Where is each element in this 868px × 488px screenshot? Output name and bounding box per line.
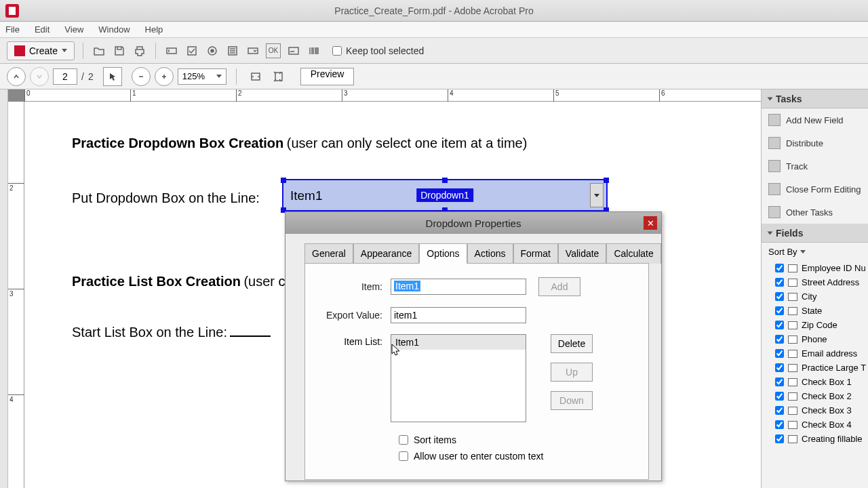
checkbox-field-icon xyxy=(788,421,797,429)
field-item[interactable]: Employee ID Nu xyxy=(762,261,868,275)
item-list[interactable]: Item1 xyxy=(391,334,526,422)
export-value-input[interactable] xyxy=(391,307,526,323)
tab-options[interactable]: Options xyxy=(419,243,467,264)
tab-body-options: Item: Item1 Add Export Value: Item List:… xyxy=(304,263,649,480)
close-editing-icon xyxy=(768,183,781,195)
resize-handle[interactable] xyxy=(604,178,609,183)
resize-handle[interactable] xyxy=(442,178,448,183)
text-field-icon xyxy=(788,264,797,272)
resize-handle[interactable] xyxy=(281,178,286,183)
task-other[interactable]: Other Tasks xyxy=(762,201,868,224)
dropdown-form-field[interactable]: Item1 Dropdown1 xyxy=(282,179,608,211)
menu-bar: File Edit View Window Help xyxy=(0,22,868,38)
fields-sortby[interactable]: Sort By xyxy=(762,243,868,261)
fit-width-icon[interactable] xyxy=(246,67,265,86)
page-separator: / xyxy=(81,71,84,82)
barcode-icon[interactable] xyxy=(307,43,321,58)
print-icon[interactable] xyxy=(132,43,147,58)
distribute-icon xyxy=(768,137,781,149)
fit-page-icon[interactable] xyxy=(269,67,288,86)
menu-edit[interactable]: Edit xyxy=(35,24,50,35)
create-icon xyxy=(14,45,25,56)
field-item[interactable]: City xyxy=(762,289,868,304)
fields-list[interactable]: Employee ID Nu Street Address City State… xyxy=(762,261,868,488)
heading-dropdown: Practice Dropdown Box Creation xyxy=(72,136,283,150)
up-button[interactable]: Up xyxy=(551,363,593,382)
field-item[interactable]: Practice Large T xyxy=(762,361,868,375)
track-icon xyxy=(768,160,781,172)
field-item[interactable]: Email address xyxy=(762,346,868,361)
create-button[interactable]: Create xyxy=(7,41,75,60)
text-field-icon xyxy=(788,435,797,443)
menu-help[interactable]: Help xyxy=(145,24,163,35)
sort-items-checkbox[interactable] xyxy=(399,435,408,445)
down-button[interactable]: Down xyxy=(551,391,593,410)
open-icon[interactable] xyxy=(92,43,106,58)
signature-icon[interactable] xyxy=(286,43,301,58)
listbox-icon[interactable] xyxy=(225,43,240,58)
separator xyxy=(83,43,83,59)
button-icon[interactable]: OK xyxy=(266,43,281,58)
tab-general[interactable]: General xyxy=(304,243,353,264)
zoom-select[interactable]: 125% xyxy=(178,68,226,85)
field-item[interactable]: Zip Code xyxy=(762,318,868,332)
field-item[interactable]: Creating fillable xyxy=(762,432,868,446)
item-list-label: Item List: xyxy=(316,334,391,347)
tab-calculate[interactable]: Calculate xyxy=(606,243,660,264)
page-up-button[interactable] xyxy=(7,67,26,86)
menu-view[interactable]: View xyxy=(64,24,83,35)
nav-pane-strip[interactable] xyxy=(0,89,8,488)
field-item[interactable]: Check Box 2 xyxy=(762,389,868,403)
tasks-header[interactable]: Tasks xyxy=(762,89,868,108)
zoom-out-button[interactable] xyxy=(132,67,151,86)
other-tasks-icon xyxy=(768,206,781,218)
zoom-value: 125% xyxy=(182,71,205,81)
text-field-icon[interactable] xyxy=(164,43,179,58)
fields-header[interactable]: Fields xyxy=(762,224,868,243)
checkbox-icon[interactable] xyxy=(184,43,199,58)
delete-button[interactable]: Delete xyxy=(551,334,593,353)
svg-rect-0 xyxy=(167,48,176,54)
dropdown-arrow[interactable] xyxy=(590,183,604,207)
title-bar: Practice_Create_Form.pdf - Adobe Acrobat… xyxy=(0,0,868,22)
select-tool[interactable] xyxy=(103,67,122,86)
field-item[interactable]: Check Box 1 xyxy=(762,375,868,389)
field-item[interactable]: Street Address xyxy=(762,275,868,289)
acrobat-icon xyxy=(5,4,19,18)
tab-actions[interactable]: Actions xyxy=(467,243,513,264)
keep-tool-selected[interactable]: Keep tool selected xyxy=(332,45,424,56)
tab-validate[interactable]: Validate xyxy=(558,243,607,264)
item-input[interactable]: Item1 xyxy=(391,279,526,295)
allow-custom-checkbox[interactable] xyxy=(399,451,408,461)
task-close-editing[interactable]: Close Form Editing xyxy=(762,178,868,201)
add-button[interactable]: Add xyxy=(538,277,580,296)
text-field-icon xyxy=(788,279,797,287)
dropdown-icon[interactable] xyxy=(245,43,260,58)
page-number-input[interactable] xyxy=(53,68,77,85)
field-item[interactable]: State xyxy=(762,304,868,318)
tab-format[interactable]: Format xyxy=(513,243,558,264)
field-item[interactable]: Phone xyxy=(762,332,868,346)
toolbar: Create OK Keep tool selected xyxy=(0,38,868,64)
field-underline xyxy=(230,336,271,337)
close-button[interactable]: ✕ xyxy=(644,216,657,230)
tab-appearance[interactable]: Appearance xyxy=(353,243,420,264)
list-item[interactable]: Item1 xyxy=(391,335,526,350)
chevron-down-icon xyxy=(768,97,773,100)
save-icon[interactable] xyxy=(112,43,127,58)
field-item[interactable]: Check Box 4 xyxy=(762,418,868,432)
dialog-titlebar[interactable]: Dropdown Properties ✕ xyxy=(285,212,661,234)
menu-file[interactable]: File xyxy=(5,24,20,35)
window-title: Practice_Create_Form.pdf - Adobe Acrobat… xyxy=(334,5,533,16)
chevron-down-icon xyxy=(800,250,806,253)
radio-icon[interactable] xyxy=(205,43,220,58)
preview-button[interactable]: Preview xyxy=(300,68,355,85)
page-down-button[interactable] xyxy=(30,67,49,86)
menu-window[interactable]: Window xyxy=(98,24,130,35)
task-add-field[interactable]: Add New Field xyxy=(762,108,868,131)
keep-tool-checkbox[interactable] xyxy=(332,46,342,56)
task-track[interactable]: Track xyxy=(762,155,868,178)
field-item[interactable]: Check Box 3 xyxy=(762,403,868,418)
task-distribute[interactable]: Distribute xyxy=(762,131,868,155)
zoom-in-button[interactable] xyxy=(155,67,174,86)
